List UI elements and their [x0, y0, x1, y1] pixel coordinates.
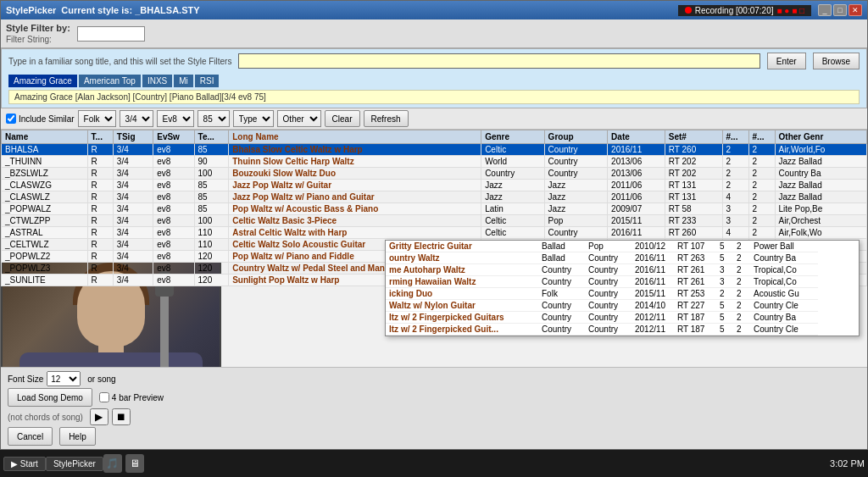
cell-set: RT 260 [665, 227, 722, 239]
minimize-button[interactable]: _ [818, 4, 832, 16]
dropdown-row[interactable]: Gritty Electric Guitar Ballad Pop 2010/1… [386, 241, 818, 252]
dropdown-row[interactable]: Waltz w/ Nylon Guitar Country Country 20… [386, 300, 818, 312]
cell-h1: 4 [722, 227, 748, 239]
drop-h1: 5 [716, 241, 733, 252]
tsig-filter[interactable]: 3/4 [120, 110, 153, 127]
cell-other: Jazz Ballad [775, 180, 866, 191]
font-size-select[interactable]: 121014 [47, 371, 81, 386]
table-row[interactable]: BHALSA R 3/4 ev8 85 Bhalsa Slow Celtic W… [2, 144, 867, 156]
cell-evsw: ev8 [153, 191, 194, 203]
cell-t: R [87, 227, 113, 239]
include-similar-checkbox[interactable] [6, 114, 16, 124]
drop-h1: 2 [716, 288, 733, 300]
cell-t: R [87, 180, 113, 191]
drop-h1: 3 [716, 276, 733, 288]
drop-other: Country Cle [750, 300, 818, 312]
help-button[interactable]: Help [59, 427, 96, 446]
drop-date: 2016/11 [632, 252, 674, 264]
search-row-top: Type in a familiar song title, and this … [8, 53, 860, 69]
table-row[interactable]: _CLASWZG R 3/4 ev8 85 Jazz Pop Waltz w/ … [2, 180, 867, 191]
cell-group: Country [544, 168, 607, 180]
search-result-1[interactable]: Amazing Grace [8, 75, 77, 87]
col-header-name: Name [2, 130, 88, 144]
cell-group: Pop [544, 215, 607, 227]
drop-date: 2012/11 [632, 312, 674, 324]
table-row[interactable]: _CTWLZPP R 3/4 ev8 100 Celtic Waltz Basi… [2, 215, 867, 227]
close-button[interactable]: ✕ [849, 4, 862, 16]
search-result-2[interactable]: American Top [79, 75, 141, 87]
bottom-row-chords: (not chords of song) ▶ ⏹ [8, 408, 860, 425]
cell-t: R [87, 263, 113, 275]
cell-date: 2009/07 [608, 203, 665, 215]
drop-group: Country [585, 288, 632, 300]
play-button[interactable]: ▶ [90, 408, 108, 425]
cell-group: Country [544, 156, 607, 168]
clear-button[interactable]: Clear [325, 110, 360, 127]
recording-text: Recording [00:07:20] [695, 6, 774, 15]
folk-filter[interactable]: Folk [78, 110, 116, 127]
dropdown-row[interactable]: ltz w/ 2 Fingerpicked Guit... Country Co… [386, 324, 818, 336]
maximize-button[interactable]: □ [833, 4, 847, 16]
cell-other: Air,Orchest [775, 215, 866, 227]
cell-date: 2011/06 [608, 191, 665, 203]
drop-longname: rming Hawaiian Waltz [386, 276, 538, 288]
cell-date: 2013/06 [608, 156, 665, 168]
style-filter-row: Style Filter by: Filter String: [1, 19, 867, 48]
dropdown-row[interactable]: ountry Waltz Ballad Country 2016/11 RT 2… [386, 252, 818, 264]
cell-te: 85 [194, 144, 229, 156]
drop-genre: Country [538, 312, 585, 324]
taskbar-icon-1[interactable]: 🎵 [103, 454, 122, 473]
cell-other: Jazz Ballad [775, 156, 866, 168]
other-filter[interactable]: Other [277, 110, 321, 127]
filter-bar: Include Similar Folk 3/4 Ev8 85 Type Oth… [1, 108, 867, 130]
stop-button[interactable]: ⏹ [112, 408, 131, 425]
taskbar-icon-2[interactable]: 🖥 [125, 454, 144, 473]
col-header-h1: #... [722, 130, 748, 144]
table-row[interactable]: _ASTRAL R 3/4 ev8 110 Astral Celtic Walt… [2, 227, 867, 239]
include-similar-text: Include Similar [19, 114, 75, 124]
cell-evsw: ev8 [153, 180, 194, 191]
search-result-5[interactable]: RSI [195, 75, 220, 87]
tempo-filter[interactable]: 85 [198, 110, 230, 127]
cell-other: Jazz Ballad [775, 191, 866, 203]
taskbar-start[interactable]: ▶ Start [3, 457, 46, 471]
cell-name: _CELTWLZ [2, 239, 88, 251]
dropdown-row[interactable]: me Autoharp Waltz Country Country 2016/1… [386, 264, 818, 276]
cell-genre: Jazz [481, 191, 544, 203]
refresh-button[interactable]: Refresh [364, 110, 409, 127]
style-dropdown-overlay[interactable]: Gritty Electric Guitar Ballad Pop 2010/1… [385, 240, 860, 336]
table-row[interactable]: _BZSLWLZ R 3/4 ev8 100 Bouzouki Slow Wal… [2, 168, 867, 180]
browse-button[interactable]: Browse [813, 53, 860, 69]
cell-evsw: ev8 [153, 156, 194, 168]
drop-genre: Country [538, 300, 585, 312]
taskbar-app[interactable]: StylePicker [46, 457, 103, 471]
cell-t: R [87, 251, 113, 263]
drop-group: Country [585, 324, 632, 336]
type-filter[interactable]: Type [233, 110, 274, 127]
cell-evsw: ev8 [153, 203, 194, 215]
table-row[interactable]: _THUINN R 3/4 ev8 90 Thuinn Slow Celtic … [2, 156, 867, 168]
cell-t: R [87, 215, 113, 227]
search-result-4[interactable]: Mi [174, 75, 193, 87]
drop-longname: ltz w/ 2 Fingerpicked Guitars [386, 312, 538, 324]
rec-dot [685, 7, 692, 14]
dropdown-row[interactable]: rming Hawaiian Waltz Country Country 201… [386, 276, 818, 288]
ev8-filter[interactable]: Ev8 [157, 110, 194, 127]
col-header-date: Date [608, 130, 665, 144]
search-result-3[interactable]: INXS [142, 75, 172, 87]
dropdown-row[interactable]: ltz w/ 2 Fingerpicked Guitars Country Co… [386, 312, 818, 324]
table-row[interactable]: _POPWALZ R 3/4 ev8 85 Pop Waltz w/ Acous… [2, 203, 867, 215]
cell-tsig: 3/4 [113, 227, 153, 239]
cell-tsig: 3/4 [113, 156, 153, 168]
drop-h2: 2 [733, 324, 750, 336]
table-row[interactable]: _CLASWLZ R 3/4 ev8 85 Jazz Pop Waltz w/ … [2, 191, 867, 203]
load-song-demo-button[interactable]: Load Song Demo [8, 388, 92, 407]
cell-t: R [87, 275, 113, 286]
cancel-button[interactable]: Cancel [8, 427, 53, 446]
dropdown-row[interactable]: icking Duo Folk Country 2015/11 RT 253 2… [386, 288, 818, 300]
cell-tsig: 3/4 [113, 251, 153, 263]
preview-checkbox[interactable] [99, 392, 109, 402]
filter-string-input[interactable] [77, 26, 145, 42]
search-input[interactable]: amazing grace [238, 53, 760, 69]
enter-button[interactable]: Enter [767, 53, 806, 69]
